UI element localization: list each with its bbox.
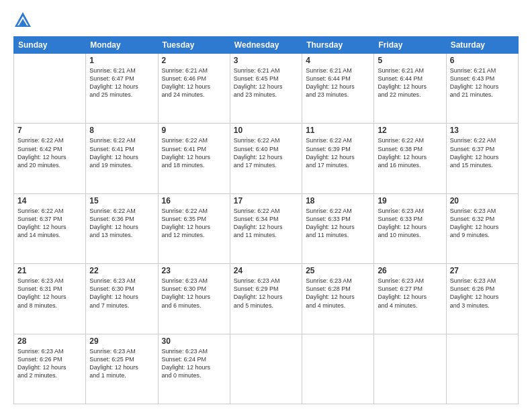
calendar-week-row: 7Sunrise: 6:22 AM Sunset: 6:42 PM Daylig… — [14, 124, 519, 193]
day-number: 8 — [89, 126, 154, 135]
calendar-table: SundayMondayTuesdayWednesdayThursdayFrid… — [13, 36, 519, 404]
cell-content: Sunrise: 6:23 AM Sunset: 6:32 PM Dayligh… — [450, 207, 515, 240]
calendar-cell: 12Sunrise: 6:22 AM Sunset: 6:38 PM Dayli… — [374, 124, 446, 193]
day-number: 2 — [162, 56, 226, 65]
cell-content: Sunrise: 6:21 AM Sunset: 6:43 PM Dayligh… — [450, 66, 515, 99]
day-number: 5 — [378, 56, 442, 65]
day-number: 23 — [162, 266, 226, 275]
cell-content: Sunrise: 6:23 AM Sunset: 6:30 PM Dayligh… — [89, 277, 154, 310]
weekday-header-sunday: Sunday — [14, 37, 86, 54]
calendar-week-row: 14Sunrise: 6:22 AM Sunset: 6:37 PM Dayli… — [14, 193, 519, 263]
day-number: 25 — [306, 266, 370, 275]
calendar-cell: 23Sunrise: 6:23 AM Sunset: 6:30 PM Dayli… — [158, 264, 230, 334]
cell-content: Sunrise: 6:23 AM Sunset: 6:31 PM Dayligh… — [17, 277, 82, 310]
cell-content: Sunrise: 6:23 AM Sunset: 6:27 PM Dayligh… — [378, 277, 442, 310]
day-number: 1 — [89, 56, 154, 65]
cell-content: Sunrise: 6:22 AM Sunset: 6:38 PM Dayligh… — [378, 136, 442, 169]
weekday-header-thursday: Thursday — [302, 37, 374, 54]
cell-content: Sunrise: 6:23 AM Sunset: 6:29 PM Dayligh… — [234, 277, 298, 310]
cell-content: Sunrise: 6:23 AM Sunset: 6:30 PM Dayligh… — [162, 277, 226, 310]
logo-icon — [13, 11, 32, 30]
day-number: 7 — [17, 126, 82, 135]
day-number: 11 — [306, 126, 370, 135]
calendar-cell: 3Sunrise: 6:21 AM Sunset: 6:45 PM Daylig… — [230, 54, 302, 124]
calendar-cell — [302, 334, 374, 404]
calendar-cell: 27Sunrise: 6:23 AM Sunset: 6:26 PM Dayli… — [446, 264, 518, 334]
day-number: 26 — [378, 266, 442, 275]
cell-content: Sunrise: 6:22 AM Sunset: 6:33 PM Dayligh… — [306, 207, 370, 240]
calendar-cell: 17Sunrise: 6:22 AM Sunset: 6:34 PM Dayli… — [230, 193, 302, 263]
calendar-week-row: 21Sunrise: 6:23 AM Sunset: 6:31 PM Dayli… — [14, 264, 519, 334]
header — [13, 11, 519, 30]
cell-content: Sunrise: 6:22 AM Sunset: 6:41 PM Dayligh… — [89, 136, 154, 169]
cell-content: Sunrise: 6:23 AM Sunset: 6:28 PM Dayligh… — [306, 277, 370, 310]
calendar-cell: 8Sunrise: 6:22 AM Sunset: 6:41 PM Daylig… — [86, 124, 158, 193]
cell-content: Sunrise: 6:23 AM Sunset: 6:33 PM Dayligh… — [378, 207, 442, 240]
cell-content: Sunrise: 6:23 AM Sunset: 6:26 PM Dayligh… — [17, 347, 82, 380]
calendar-cell: 1Sunrise: 6:21 AM Sunset: 6:47 PM Daylig… — [86, 54, 158, 124]
calendar-cell: 11Sunrise: 6:22 AM Sunset: 6:39 PM Dayli… — [302, 124, 374, 193]
calendar-cell: 7Sunrise: 6:22 AM Sunset: 6:42 PM Daylig… — [14, 124, 86, 193]
day-number: 28 — [17, 336, 82, 346]
cell-content: Sunrise: 6:21 AM Sunset: 6:45 PM Dayligh… — [234, 66, 298, 99]
weekday-header-monday: Monday — [86, 37, 158, 54]
day-number: 21 — [17, 266, 82, 275]
day-number: 9 — [162, 126, 226, 135]
day-number: 30 — [162, 336, 226, 346]
day-number: 20 — [450, 196, 515, 205]
calendar-cell: 30Sunrise: 6:23 AM Sunset: 6:24 PM Dayli… — [158, 334, 230, 404]
day-number: 17 — [234, 196, 298, 205]
day-number: 15 — [89, 196, 154, 205]
calendar-cell — [374, 334, 446, 404]
day-number: 10 — [234, 126, 298, 135]
calendar-cell: 29Sunrise: 6:23 AM Sunset: 6:25 PM Dayli… — [86, 334, 158, 404]
calendar-cell: 19Sunrise: 6:23 AM Sunset: 6:33 PM Dayli… — [374, 193, 446, 263]
calendar-cell: 18Sunrise: 6:22 AM Sunset: 6:33 PM Dayli… — [302, 193, 374, 263]
cell-content: Sunrise: 6:22 AM Sunset: 6:39 PM Dayligh… — [306, 136, 370, 169]
cell-content: Sunrise: 6:22 AM Sunset: 6:41 PM Dayligh… — [162, 136, 226, 169]
calendar-cell: 16Sunrise: 6:22 AM Sunset: 6:35 PM Dayli… — [158, 193, 230, 263]
calendar-cell: 9Sunrise: 6:22 AM Sunset: 6:41 PM Daylig… — [158, 124, 230, 193]
calendar-cell: 4Sunrise: 6:21 AM Sunset: 6:44 PM Daylig… — [302, 54, 374, 124]
day-number: 27 — [450, 266, 515, 275]
calendar-cell — [446, 334, 518, 404]
calendar-cell: 26Sunrise: 6:23 AM Sunset: 6:27 PM Dayli… — [374, 264, 446, 334]
cell-content: Sunrise: 6:23 AM Sunset: 6:26 PM Dayligh… — [450, 277, 515, 310]
day-number: 6 — [450, 56, 515, 65]
day-number: 22 — [89, 266, 154, 275]
calendar-cell: 22Sunrise: 6:23 AM Sunset: 6:30 PM Dayli… — [86, 264, 158, 334]
calendar-cell: 28Sunrise: 6:23 AM Sunset: 6:26 PM Dayli… — [14, 334, 86, 404]
cell-content: Sunrise: 6:22 AM Sunset: 6:35 PM Dayligh… — [162, 207, 226, 240]
day-number: 4 — [306, 56, 370, 65]
cell-content: Sunrise: 6:22 AM Sunset: 6:37 PM Dayligh… — [17, 207, 82, 240]
cell-content: Sunrise: 6:22 AM Sunset: 6:37 PM Dayligh… — [450, 136, 515, 169]
day-number: 3 — [234, 56, 298, 65]
cell-content: Sunrise: 6:21 AM Sunset: 6:46 PM Dayligh… — [162, 66, 226, 99]
cell-content: Sunrise: 6:23 AM Sunset: 6:25 PM Dayligh… — [89, 347, 154, 380]
cell-content: Sunrise: 6:22 AM Sunset: 6:40 PM Dayligh… — [234, 136, 298, 169]
calendar-cell: 13Sunrise: 6:22 AM Sunset: 6:37 PM Dayli… — [446, 124, 518, 193]
calendar-cell: 14Sunrise: 6:22 AM Sunset: 6:37 PM Dayli… — [14, 193, 86, 263]
day-number: 18 — [306, 196, 370, 205]
cell-content: Sunrise: 6:22 AM Sunset: 6:34 PM Dayligh… — [234, 207, 298, 240]
day-number: 14 — [17, 196, 82, 205]
calendar-week-row: 1Sunrise: 6:21 AM Sunset: 6:47 PM Daylig… — [14, 54, 519, 124]
calendar-cell: 15Sunrise: 6:22 AM Sunset: 6:36 PM Dayli… — [86, 193, 158, 263]
day-number: 29 — [89, 336, 154, 346]
logo — [13, 11, 34, 30]
cell-content: Sunrise: 6:22 AM Sunset: 6:36 PM Dayligh… — [89, 207, 154, 240]
cell-content: Sunrise: 6:21 AM Sunset: 6:47 PM Dayligh… — [89, 66, 154, 99]
day-number: 12 — [378, 126, 442, 135]
cell-content: Sunrise: 6:22 AM Sunset: 6:42 PM Dayligh… — [17, 136, 82, 169]
calendar-cell: 5Sunrise: 6:21 AM Sunset: 6:44 PM Daylig… — [374, 54, 446, 124]
calendar-cell: 10Sunrise: 6:22 AM Sunset: 6:40 PM Dayli… — [230, 124, 302, 193]
calendar-cell: 25Sunrise: 6:23 AM Sunset: 6:28 PM Dayli… — [302, 264, 374, 334]
calendar-cell: 24Sunrise: 6:23 AM Sunset: 6:29 PM Dayli… — [230, 264, 302, 334]
page: SundayMondayTuesdayWednesdayThursdayFrid… — [0, 0, 532, 411]
day-number: 16 — [162, 196, 226, 205]
calendar-week-row: 28Sunrise: 6:23 AM Sunset: 6:26 PM Dayli… — [14, 334, 519, 404]
weekday-header-row: SundayMondayTuesdayWednesdayThursdayFrid… — [14, 37, 519, 54]
day-number: 24 — [234, 266, 298, 275]
calendar-cell — [14, 54, 86, 124]
day-number: 13 — [450, 126, 515, 135]
